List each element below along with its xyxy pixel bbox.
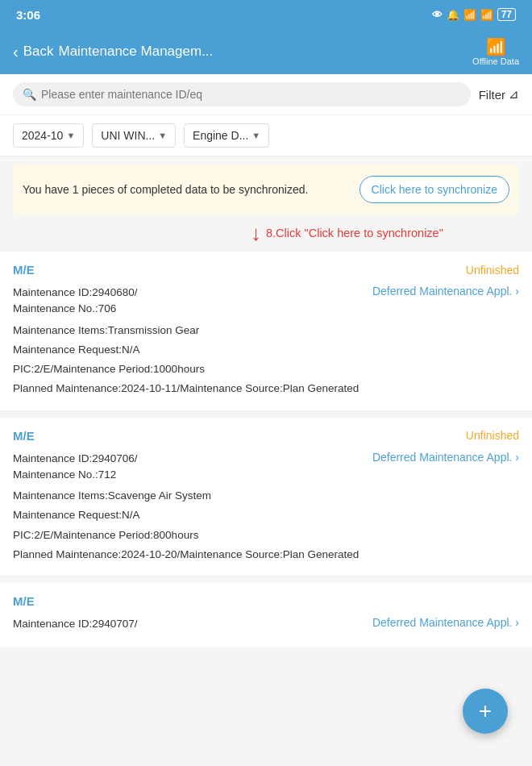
chevron-down-icon-3: ▼ xyxy=(251,131,260,140)
sync-text: You have 1 pieces of completed data to b… xyxy=(23,181,351,198)
status-time: 3:06 xyxy=(16,8,40,22)
card-1-link[interactable]: Deferred Maintenance Appl. xyxy=(372,285,519,298)
chevron-down-icon-2: ▼ xyxy=(158,131,167,140)
filter-button[interactable]: Filter ⊿ xyxy=(479,87,519,102)
card-2-planned: Planned Maintenance:2024-10-20/Maintenan… xyxy=(13,545,519,564)
filter-icon: ⊿ xyxy=(509,87,519,102)
down-arrow-icon: ↓ xyxy=(251,223,261,244)
instruction-row: ↓ 8.Click "Click here to synchronize" xyxy=(0,223,532,244)
alarm-icon: 🔔 xyxy=(447,9,459,21)
card-1-pic: PIC:2/E/Maintenance Period:1000hours xyxy=(13,360,519,379)
header: ‹ Back Maintenance Managem... 📶 Offline … xyxy=(0,29,532,74)
card-3-category: M/E xyxy=(13,594,35,608)
back-arrow-icon[interactable]: ‹ xyxy=(13,43,19,61)
card-2-link[interactable]: Deferred Maintenance Appl. xyxy=(372,451,519,464)
search-icon: 🔍 xyxy=(23,88,36,101)
header-right: 📶 Offline Data xyxy=(472,37,519,66)
filter-unit-label: UNI WIN... xyxy=(101,129,155,142)
card-2-items: Maintenance Items:Scavenge Air System xyxy=(13,486,519,506)
filter-label: Filter xyxy=(479,88,505,102)
header-title: Maintenance Managem... xyxy=(58,44,213,60)
cards-container: M/E Unfinished Maintenance ID:2940680/Ma… xyxy=(0,245,532,647)
card-3-link[interactable]: Deferred Maintenance Appl. xyxy=(372,616,519,629)
battery-icon: 77 xyxy=(497,8,516,21)
search-bar: 🔍 Filter ⊿ xyxy=(0,74,532,115)
card-1-planned: Planned Maintenance:2024-10-11/Maintenan… xyxy=(13,379,519,398)
maintenance-card-2: M/E Unfinished Maintenance ID:2940706/Ma… xyxy=(0,418,532,577)
card-3-id: Maintenance ID:2940707/ xyxy=(13,616,138,632)
instruction-text: 8.Click "Click here to synchronize" xyxy=(266,227,443,239)
sync-banner: You have 1 pieces of completed data to b… xyxy=(13,164,519,214)
header-left: ‹ Back Maintenance Managem... xyxy=(13,43,213,61)
card-2-request: Maintenance Request:N/A xyxy=(13,506,519,525)
filter-unit-chip[interactable]: UNI WIN... ▼ xyxy=(92,123,176,148)
card-1-category: M/E xyxy=(13,263,35,277)
filter-engine-chip[interactable]: Engine D... ▼ xyxy=(184,123,269,148)
add-button[interactable]: + xyxy=(463,689,508,734)
card-2-category: M/E xyxy=(13,429,35,443)
signal-icon: 📶 xyxy=(480,9,493,21)
eye-icon: 👁 xyxy=(432,9,443,21)
filter-date-label: 2024-10 xyxy=(22,129,63,142)
sync-button[interactable]: Click here to synchronize xyxy=(360,176,509,203)
plus-icon: + xyxy=(479,698,492,724)
card-2-pic: PIC:2/E/Maintenance Period:800hours xyxy=(13,526,519,545)
status-icons: 👁 🔔 📶 📶 77 xyxy=(432,8,516,21)
wifi-icon: 📶 xyxy=(463,9,476,21)
search-input[interactable] xyxy=(41,88,461,101)
card-1-id: Maintenance ID:2940680/Maintenance No.:7… xyxy=(13,285,138,318)
status-bar: 3:06 👁 🔔 📶 📶 77 xyxy=(0,0,532,29)
card-1-status: Unfinished xyxy=(466,264,519,277)
offline-label: Offline Data xyxy=(472,56,519,66)
card-2-id: Maintenance ID:2940706/Maintenance No.:7… xyxy=(13,451,138,484)
filter-date-chip[interactable]: 2024-10 ▼ xyxy=(13,123,84,148)
chevron-down-icon: ▼ xyxy=(66,131,75,140)
offline-wifi-icon: 📶 xyxy=(486,37,506,56)
filter-row: 2024-10 ▼ UNI WIN... ▼ Engine D... ▼ xyxy=(0,115,532,156)
card-2-status: Unfinished xyxy=(466,429,519,442)
maintenance-card-3: M/E Maintenance ID:2940707/ Deferred Mai… xyxy=(0,583,532,647)
divider-1 xyxy=(0,410,532,411)
maintenance-card-1: M/E Unfinished Maintenance ID:2940680/Ma… xyxy=(0,252,532,410)
card-1-request: Maintenance Request:N/A xyxy=(13,340,519,360)
search-input-wrapper[interactable]: 🔍 xyxy=(13,82,471,106)
back-label[interactable]: Back xyxy=(23,44,54,60)
divider-2 xyxy=(0,576,532,577)
filter-engine-label: Engine D... xyxy=(193,129,248,142)
card-1-items: Maintenance Items:Transmission Gear xyxy=(13,321,519,340)
